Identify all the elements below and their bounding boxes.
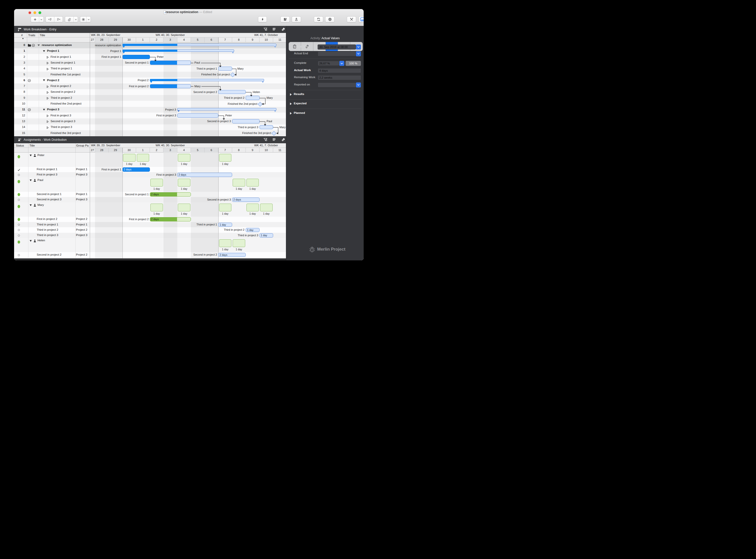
task-bar[interactable]: 2 days (150, 217, 191, 221)
day-header[interactable]: 29 (109, 38, 123, 43)
week-header[interactable]: WK 39, 23. September (91, 144, 120, 147)
workload-box[interactable] (178, 179, 190, 186)
day-header[interactable]: 9 (246, 148, 260, 153)
task-bar[interactable] (123, 55, 150, 59)
day-header[interactable]: 30 (123, 148, 136, 153)
day-header[interactable]: 27 (90, 148, 95, 153)
task-bar[interactable]: 2 days (123, 167, 150, 172)
milestone-diamond[interactable] (258, 102, 263, 106)
filter-funnel-icon[interactable] (263, 27, 268, 32)
task-bar[interactable]: 2 days (150, 192, 191, 197)
day-header[interactable]: 2 (150, 148, 164, 153)
outline-list-icon[interactable] (272, 27, 277, 32)
section-expected[interactable]: Expected (294, 102, 307, 105)
format-brush-icon[interactable] (281, 27, 286, 32)
workload-box[interactable] (178, 204, 190, 211)
workload-box[interactable] (137, 154, 149, 162)
toggle-bottom-panel-button[interactable] (359, 16, 364, 22)
workload-box[interactable] (123, 154, 135, 162)
add-chevron-icon[interactable] (39, 16, 44, 22)
disclosure-open-icon[interactable] (30, 179, 32, 181)
day-header[interactable]: 7 (218, 148, 232, 153)
publish-globe-button[interactable] (325, 16, 334, 22)
disclosure-closed-icon[interactable] (290, 103, 292, 105)
task-bar[interactable]: 2 days (177, 173, 232, 177)
task-bar[interactable]: 1 day (246, 228, 260, 232)
indent-button[interactable] (45, 16, 54, 22)
task-bar[interactable] (232, 119, 260, 124)
day-header[interactable]: 10 (260, 38, 273, 43)
day-header[interactable]: 10 (260, 148, 273, 153)
workload-box[interactable] (178, 154, 190, 162)
workload-box[interactable] (219, 204, 232, 211)
day-header[interactable]: 5 (191, 38, 205, 43)
week-header[interactable]: WK 39, 23. September (91, 33, 120, 37)
disclosure-open-icon[interactable] (43, 50, 45, 52)
day-header[interactable]: 30 (123, 38, 136, 43)
task-bar[interactable] (218, 90, 246, 94)
day-header[interactable]: 28 (95, 148, 109, 153)
dropdown-chevron-icon[interactable] (356, 51, 361, 56)
task-bar[interactable] (260, 125, 273, 130)
actual-start-field[interactable]: 30. Sep 2019 at 08:00 (318, 44, 356, 49)
workload-box[interactable] (150, 204, 163, 211)
task-bar[interactable]: 2 days (232, 198, 260, 202)
week-header[interactable]: WK 40, 30. September (156, 33, 185, 37)
day-header[interactable]: 6 (205, 38, 219, 43)
gear-chevron-icon[interactable] (86, 16, 91, 22)
day-header[interactable]: 7 (218, 38, 232, 43)
outdent-button[interactable] (54, 16, 63, 22)
task-bar[interactable] (150, 61, 191, 65)
outline-list-icon[interactable] (272, 137, 277, 142)
disclosure-open-icon[interactable] (30, 240, 32, 242)
remaining-work-field[interactable]: 2,2 weeks (318, 75, 361, 80)
format-brush-icon[interactable] (281, 137, 286, 142)
summary-bar[interactable] (177, 108, 276, 110)
day-header[interactable]: 3 (164, 38, 177, 43)
workload-box[interactable] (246, 179, 259, 186)
disclosure-open-icon[interactable] (43, 80, 45, 81)
workload-box[interactable] (150, 179, 163, 186)
day-header[interactable]: 11 (273, 148, 286, 153)
disclosure-open-icon[interactable] (30, 155, 32, 156)
disclosure-open-icon[interactable] (30, 204, 32, 206)
resources-person-button[interactable] (292, 16, 301, 22)
day-header[interactable]: 27 (90, 38, 95, 43)
reported-on-field[interactable] (318, 83, 356, 87)
library-button[interactable] (280, 16, 290, 22)
day-header[interactable]: 3 (164, 148, 177, 153)
day-header[interactable]: 2 (150, 38, 164, 43)
day-header[interactable]: 11 (273, 38, 286, 43)
day-header[interactable]: 29 (109, 148, 123, 153)
day-header[interactable]: 1 (136, 148, 150, 153)
set-100-percent-button[interactable]: 100 % (346, 61, 361, 66)
workload-box[interactable] (233, 239, 245, 247)
day-header[interactable]: 8 (232, 148, 246, 153)
day-header[interactable]: 6 (205, 148, 219, 153)
breadcrumb[interactable]: Assignments › Work Distribution (24, 136, 67, 143)
day-header[interactable]: 1 (136, 38, 150, 43)
workload-box[interactable] (260, 204, 273, 211)
tools-button[interactable] (347, 16, 356, 22)
week-header[interactable]: WK 41, 7. October (254, 144, 278, 147)
task-bar[interactable]: 2 days (218, 253, 246, 257)
summary-bar[interactable] (150, 79, 264, 81)
attach-button[interactable] (65, 16, 74, 22)
day-header[interactable]: 9 (246, 38, 260, 43)
workload-box[interactable] (246, 204, 259, 211)
week-header[interactable]: WK 40, 30. September (156, 144, 185, 147)
task-bar[interactable] (177, 113, 219, 118)
day-header[interactable]: 28 (95, 38, 109, 43)
task-bar[interactable] (150, 84, 191, 88)
breadcrumb[interactable]: Work Breakdown › Entry (24, 26, 56, 33)
section-planned[interactable]: Planned (294, 111, 305, 114)
summary-bar[interactable] (123, 44, 276, 46)
actual-work-field[interactable]: 4 days (318, 68, 361, 73)
actions-lightning-button[interactable] (258, 16, 267, 22)
disclosure-open-icon[interactable] (43, 109, 45, 111)
task-bar[interactable]: 1 day (260, 233, 273, 238)
milestone-diamond[interactable] (272, 131, 276, 135)
section-results[interactable]: Results (294, 92, 304, 95)
filter-funnel-icon[interactable] (263, 137, 268, 142)
add-button[interactable] (31, 16, 39, 22)
